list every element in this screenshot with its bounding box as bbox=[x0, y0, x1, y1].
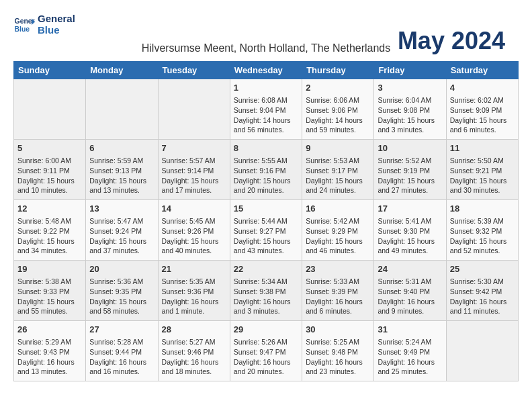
day-number: 31 bbox=[378, 324, 442, 336]
cell-content: Sunset: 9:35 PM bbox=[89, 287, 154, 297]
day-number: 2 bbox=[306, 82, 370, 94]
cell-content: Sunset: 9:06 PM bbox=[306, 105, 370, 116]
day-number: 27 bbox=[89, 324, 154, 336]
calendar-cell: 15Sunrise: 5:44 AMSunset: 9:27 PMDayligh… bbox=[230, 200, 302, 261]
calendar-cell: 17Sunrise: 5:41 AMSunset: 9:30 PMDayligh… bbox=[374, 200, 446, 261]
day-number: 29 bbox=[234, 324, 298, 336]
cell-content: and 25 minutes. bbox=[378, 367, 442, 377]
cell-content: Daylight: 16 hours bbox=[378, 297, 442, 307]
logo-line1: General bbox=[38, 13, 75, 25]
cell-content: Daylight: 15 hours bbox=[89, 236, 154, 246]
calendar-cell: 31Sunrise: 5:24 AMSunset: 9:49 PMDayligh… bbox=[374, 321, 446, 381]
cell-content: and 20 minutes. bbox=[234, 367, 298, 377]
cell-content: and 24 minutes. bbox=[306, 185, 370, 195]
cell-content: Sunset: 9:29 PM bbox=[306, 226, 370, 236]
cell-content: Sunrise: 6:02 AM bbox=[450, 95, 515, 105]
calendar-cell: 9Sunrise: 5:53 AMSunset: 9:17 PMDaylight… bbox=[302, 140, 374, 200]
cell-content: and 20 minutes. bbox=[234, 185, 298, 195]
cell-content: and 18 minutes. bbox=[162, 367, 226, 377]
calendar-cell: 7Sunrise: 5:57 AMSunset: 9:14 PMDaylight… bbox=[158, 140, 230, 200]
title-section: May 2024 bbox=[398, 27, 505, 55]
calendar-cell: 8Sunrise: 5:55 AMSunset: 9:16 PMDaylight… bbox=[230, 140, 302, 200]
calendar-cell bbox=[158, 79, 230, 140]
cell-content: Sunset: 9:46 PM bbox=[162, 347, 226, 357]
cell-content: Daylight: 15 hours bbox=[306, 176, 370, 186]
cell-content: and 1 minute. bbox=[162, 306, 226, 316]
cell-content: and 58 minutes. bbox=[89, 306, 154, 316]
cell-content: and 59 minutes. bbox=[306, 125, 370, 135]
header-row: SundayMondayTuesdayWednesdayThursdayFrid… bbox=[14, 62, 519, 79]
day-number: 16 bbox=[306, 203, 370, 215]
top-section: General Blue General Blue May 2024 bbox=[13, 13, 519, 36]
cell-content: Sunrise: 5:55 AM bbox=[234, 156, 298, 166]
cell-content: Sunset: 9:36 PM bbox=[162, 287, 226, 297]
cell-content: Sunrise: 5:52 AM bbox=[378, 156, 442, 166]
day-number: 28 bbox=[162, 324, 226, 336]
calendar-cell: 26Sunrise: 5:29 AMSunset: 9:43 PMDayligh… bbox=[14, 321, 86, 381]
cell-content: Sunset: 9:22 PM bbox=[17, 226, 82, 236]
cell-content: Sunrise: 6:06 AM bbox=[306, 95, 370, 105]
cell-content: Sunset: 9:39 PM bbox=[306, 287, 370, 297]
day-number: 20 bbox=[89, 263, 154, 275]
cell-content: Sunset: 9:04 PM bbox=[234, 105, 298, 116]
cell-content: and 49 minutes. bbox=[378, 246, 442, 256]
cell-content: Daylight: 15 hours bbox=[378, 236, 442, 246]
calendar-cell bbox=[14, 79, 86, 140]
cell-content: Daylight: 15 hours bbox=[306, 236, 370, 246]
calendar-cell: 4Sunrise: 6:02 AMSunset: 9:09 PMDaylight… bbox=[446, 79, 518, 140]
cell-content: Sunset: 9:14 PM bbox=[162, 166, 226, 176]
cell-content: Sunrise: 5:35 AM bbox=[162, 277, 226, 287]
calendar-cell: 24Sunrise: 5:31 AMSunset: 9:40 PMDayligh… bbox=[374, 261, 446, 321]
calendar-cell: 2Sunrise: 6:06 AMSunset: 9:06 PMDaylight… bbox=[302, 79, 374, 140]
cell-content: Daylight: 15 hours bbox=[450, 116, 515, 126]
cell-content: Sunrise: 6:08 AM bbox=[234, 95, 298, 105]
cell-content: and 37 minutes. bbox=[89, 246, 154, 256]
calendar-cell: 30Sunrise: 5:25 AMSunset: 9:48 PMDayligh… bbox=[302, 321, 374, 381]
cell-content: Sunset: 9:40 PM bbox=[378, 287, 442, 297]
cell-content: Daylight: 15 hours bbox=[450, 236, 515, 246]
header-thursday: Thursday bbox=[302, 62, 374, 79]
week-row-5: 26Sunrise: 5:29 AMSunset: 9:43 PMDayligh… bbox=[14, 321, 519, 381]
calendar-cell: 14Sunrise: 5:45 AMSunset: 9:26 PMDayligh… bbox=[158, 200, 230, 261]
calendar-cell: 10Sunrise: 5:52 AMSunset: 9:19 PMDayligh… bbox=[374, 140, 446, 200]
day-number: 7 bbox=[162, 142, 226, 154]
cell-content: Daylight: 15 hours bbox=[234, 236, 298, 246]
cell-content: and 3 minutes. bbox=[234, 306, 298, 316]
cell-content: Daylight: 16 hours bbox=[306, 297, 370, 307]
calendar-cell: 27Sunrise: 5:28 AMSunset: 9:44 PMDayligh… bbox=[86, 321, 158, 381]
cell-content: Sunrise: 5:28 AM bbox=[89, 337, 154, 347]
cell-content: Sunrise: 5:39 AM bbox=[450, 216, 515, 226]
cell-content: Daylight: 16 hours bbox=[306, 357, 370, 367]
day-number: 25 bbox=[450, 263, 515, 275]
cell-content: Sunset: 9:44 PM bbox=[89, 347, 154, 357]
cell-content: Sunset: 9:09 PM bbox=[450, 105, 515, 116]
calendar-cell bbox=[446, 321, 518, 381]
calendar-cell: 18Sunrise: 5:39 AMSunset: 9:32 PMDayligh… bbox=[446, 200, 518, 261]
calendar-cell: 16Sunrise: 5:42 AMSunset: 9:29 PMDayligh… bbox=[302, 200, 374, 261]
calendar-cell: 5Sunrise: 6:00 AMSunset: 9:11 PMDaylight… bbox=[14, 140, 86, 200]
day-number: 6 bbox=[89, 142, 154, 154]
cell-content: Sunrise: 5:48 AM bbox=[17, 216, 82, 226]
cell-content: Daylight: 16 hours bbox=[450, 297, 515, 307]
cell-content: and 27 minutes. bbox=[378, 185, 442, 195]
cell-content: Sunset: 9:16 PM bbox=[234, 166, 298, 176]
calendar-cell: 11Sunrise: 5:50 AMSunset: 9:21 PMDayligh… bbox=[446, 140, 518, 200]
day-number: 24 bbox=[378, 263, 442, 275]
cell-content: Sunrise: 5:42 AM bbox=[306, 216, 370, 226]
cell-content: Sunset: 9:42 PM bbox=[450, 287, 515, 297]
cell-content: Daylight: 16 hours bbox=[378, 357, 442, 367]
cell-content: Sunset: 9:38 PM bbox=[234, 287, 298, 297]
cell-content: Daylight: 15 hours bbox=[17, 297, 82, 307]
week-row-2: 5Sunrise: 6:00 AMSunset: 9:11 PMDaylight… bbox=[14, 140, 519, 200]
day-number: 8 bbox=[234, 142, 298, 154]
cell-content: Sunset: 9:21 PM bbox=[450, 166, 515, 176]
day-number: 10 bbox=[378, 142, 442, 154]
cell-content: and 11 minutes. bbox=[450, 306, 515, 316]
cell-content: Sunset: 9:19 PM bbox=[378, 166, 442, 176]
cell-content: Sunrise: 5:44 AM bbox=[234, 216, 298, 226]
cell-content: and 6 minutes. bbox=[306, 306, 370, 316]
day-number: 1 bbox=[234, 82, 298, 94]
cell-content: Daylight: 15 hours bbox=[162, 236, 226, 246]
cell-content: Sunrise: 5:25 AM bbox=[306, 337, 370, 347]
cell-content: Daylight: 16 hours bbox=[234, 357, 298, 367]
